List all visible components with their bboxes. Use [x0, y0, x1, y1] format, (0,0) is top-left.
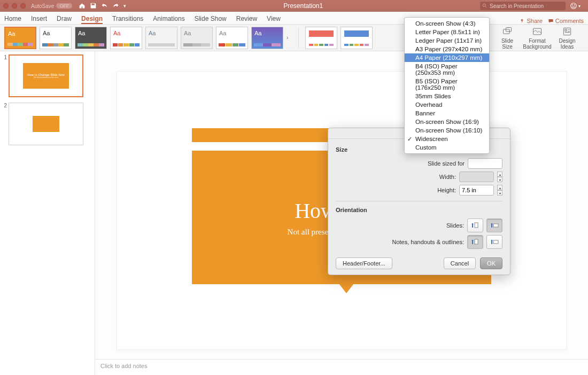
header-footer-button[interactable]: Header/Footer... — [336, 257, 392, 269]
dropdown-item[interactable]: B5 (ISO) Paper (176x250 mm) — [405, 77, 489, 92]
theme-thumbnail[interactable]: Aa — [75, 27, 107, 49]
zoom-window-icon[interactable] — [20, 3, 26, 9]
ribbon-tabs: Home Insert Draw Design Transitions Anim… — [0, 12, 588, 25]
undo-icon[interactable] — [101, 2, 108, 10]
svg-rect-16 — [475, 239, 478, 244]
thumbnail-canvas[interactable]: How to Change Slide Size Not all present… — [9, 54, 83, 97]
notes-portrait-button[interactable] — [467, 235, 483, 249]
dropdown-item[interactable]: On-screen Show (16:10) — [405, 126, 489, 135]
share-button[interactable]: Share — [519, 18, 542, 24]
slides-portrait-button[interactable] — [467, 218, 483, 232]
main-area: 1 How to Change Slide Size Not all prese… — [0, 51, 588, 375]
tab-design[interactable]: Design — [81, 15, 103, 24]
tab-home[interactable]: Home — [4, 15, 21, 24]
theme-thumbnail[interactable]: Aa — [4, 27, 36, 49]
slide-thumbnail[interactable]: 1 How to Change Slide Size Not all prese… — [2, 54, 92, 97]
autosave-toggle[interactable]: AutoSave OFF — [31, 3, 72, 9]
dropdown-item[interactable]: Ledger Paper (11x17 in) — [405, 36, 489, 45]
height-stepper[interactable]: ▴▾ — [497, 185, 502, 196]
tab-draw[interactable]: Draw — [57, 15, 72, 24]
svg-rect-15 — [493, 224, 498, 227]
tab-review[interactable]: Review — [236, 15, 257, 24]
slide-area: How to Ch Not all presentations are the … — [95, 51, 588, 375]
dropdown-item[interactable]: ✓Widescreen — [405, 135, 489, 143]
slides-landscape-button[interactable] — [486, 218, 502, 232]
divider — [336, 201, 502, 201]
notes-landscape-button[interactable] — [486, 235, 502, 249]
height-label: Height: — [437, 187, 456, 193]
comments-label: Comments — [555, 18, 584, 24]
sized-for-dropdown: On-screen Show (4:3) Letter Paper (8.5x1… — [404, 17, 490, 154]
theme-gallery-more[interactable]: › — [287, 35, 292, 41]
width-stepper[interactable]: ▴▾ — [497, 171, 502, 182]
theme-thumbnail[interactable]: Aa — [216, 27, 248, 49]
tab-transitions[interactable]: Transitions — [112, 15, 143, 24]
minimize-window-icon[interactable] — [12, 3, 17, 9]
sized-for-select[interactable] — [468, 158, 502, 169]
close-window-icon[interactable] — [3, 3, 9, 9]
autosave-state: OFF — [56, 3, 72, 9]
theme-thumbnail[interactable]: Aa — [181, 27, 213, 49]
search-icon — [482, 3, 488, 9]
thumbnail-canvas[interactable] — [9, 103, 83, 145]
dropdown-item[interactable]: Overhead — [405, 100, 489, 109]
tab-view[interactable]: View — [267, 15, 281, 24]
check-icon: ✓ — [407, 136, 412, 143]
dropdown-item[interactable]: Custom — [405, 143, 489, 152]
autosave-label: AutoSave — [31, 3, 54, 9]
design-ideas-label: Design Ideas — [559, 38, 575, 50]
search-input[interactable]: Search in Presentation — [480, 2, 566, 10]
width-input[interactable] — [459, 171, 494, 182]
svg-point-3 — [574, 5, 575, 5]
save-icon[interactable] — [90, 2, 97, 10]
tab-insert[interactable]: Insert — [31, 15, 47, 24]
slide-size-label: Slide Size — [501, 38, 513, 50]
svg-rect-8 — [565, 29, 567, 30]
titlebar: AutoSave OFF ▾ Presentation1 Search in P… — [0, 0, 588, 12]
theme-thumbnail[interactable]: Aa — [40, 27, 72, 49]
dropdown-item[interactable]: On-screen Show (16:9) — [405, 118, 489, 126]
comments-button[interactable]: Comments — [548, 18, 584, 24]
variant-thumbnail[interactable] — [305, 27, 337, 49]
format-background-button[interactable]: Format Background — [525, 26, 550, 50]
svg-point-0 — [483, 4, 485, 6]
notes-placeholder: Click to add notes — [100, 363, 147, 369]
dropdown-item[interactable]: On-screen Show (4:3) — [405, 19, 489, 28]
feedback-button[interactable]: ▾ — [570, 2, 581, 10]
dropdown-item[interactable]: A4 Paper (210x297 mm) — [405, 53, 489, 62]
svg-rect-14 — [475, 223, 478, 228]
slide-pointer-shape — [339, 284, 354, 293]
notes-input[interactable]: Click to add notes — [95, 359, 588, 375]
dropdown-item[interactable]: Banner — [405, 109, 489, 118]
window-title: Presentation1 — [126, 2, 480, 10]
dropdown-item[interactable]: A3 Paper (297x420 mm) — [405, 45, 489, 53]
variant-gallery — [305, 27, 373, 49]
svg-rect-17 — [493, 240, 498, 244]
ribbon-design: Aa Aa Aa Aa Aa Aa Aa Aa › Slide Size — [0, 25, 588, 51]
dropdown-item[interactable]: 35mm Slides — [405, 92, 489, 100]
dropdown-item[interactable]: Letter Paper (8.5x11 in) — [405, 28, 489, 36]
tab-slideshow[interactable]: Slide Show — [195, 15, 227, 24]
variant-thumbnail[interactable] — [341, 27, 373, 49]
dropdown-item[interactable]: B4 (ISO) Paper (250x353 mm) — [405, 62, 489, 77]
redo-icon[interactable] — [112, 2, 119, 10]
svg-point-2 — [572, 5, 573, 5]
design-ideas-button[interactable]: Design Ideas — [555, 26, 579, 50]
thumbnail-number: 1 — [2, 54, 7, 60]
theme-thumbnail[interactable]: Aa — [110, 27, 142, 49]
height-input[interactable] — [459, 185, 494, 196]
slide-thumbnail[interactable]: 2 — [2, 103, 92, 145]
slide-size-button[interactable]: Slide Size — [495, 26, 520, 50]
notes-orient-label: Notes, handouts & outlines: — [392, 239, 464, 245]
slides-orient-label: Slides: — [446, 222, 464, 229]
divider — [298, 27, 299, 49]
theme-thumbnail[interactable]: Aa — [251, 27, 283, 49]
cancel-button[interactable]: Cancel — [444, 257, 476, 269]
format-background-label: Format Background — [523, 38, 551, 50]
tab-animations[interactable]: Animations — [153, 15, 184, 24]
ok-button[interactable]: OK — [480, 257, 502, 269]
section-orientation-label: Orientation — [336, 207, 502, 213]
theme-thumbnail[interactable]: Aa — [145, 27, 177, 49]
home-icon[interactable] — [79, 2, 86, 10]
window-controls[interactable] — [3, 3, 26, 9]
